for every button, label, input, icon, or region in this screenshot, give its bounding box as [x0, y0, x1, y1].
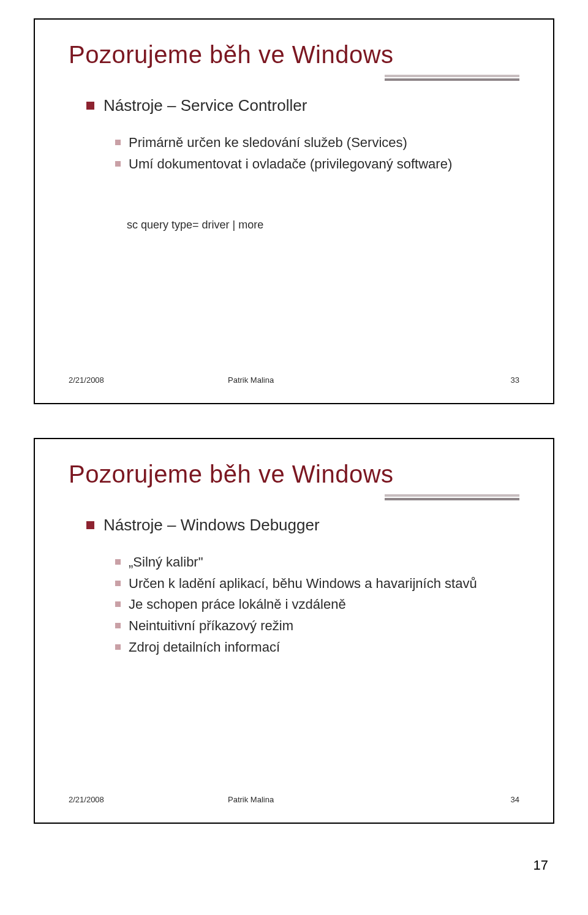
slide-2: Pozorujeme běh ve Windows Nástroje – Win… — [34, 438, 554, 824]
slide-footer: 2/21/2008 Patrik Malina 34 — [69, 795, 519, 804]
bullet-list-level1: Nástroje – Service Controller — [84, 96, 519, 115]
title-underline-decoration — [385, 494, 519, 500]
bullet-list-level2: Primárně určen ke sledování služeb (Serv… — [111, 134, 519, 173]
bullet-list-level2: „Silný kalibr" Určen k ladění aplikací, … — [111, 553, 519, 656]
list-item: Určen k ladění aplikací, běhu Windows a … — [111, 574, 519, 593]
list-item: „Silný kalibr" — [111, 553, 519, 571]
footer-date: 2/21/2008 — [69, 375, 228, 385]
footer-author: Patrik Malina — [228, 795, 387, 804]
footer-author: Patrik Malina — [228, 375, 387, 385]
list-item: Umí dokumentovat i ovladače (privilegova… — [111, 155, 519, 173]
slide-footer: 2/21/2008 Patrik Malina 33 — [69, 375, 519, 385]
slide-title: Pozorujeme běh ve Windows — [69, 41, 519, 69]
list-item: Zdroj detailních informací — [111, 638, 519, 657]
code-snippet: sc query type= driver | more — [127, 219, 519, 232]
footer-slide-number: 33 — [387, 375, 519, 385]
page-number: 17 — [34, 857, 554, 873]
bullet-list-level1: Nástroje – Windows Debugger — [84, 516, 519, 535]
list-item: Nástroje – Service Controller — [84, 96, 519, 115]
list-item: Primárně určen ke sledování služeb (Serv… — [111, 134, 519, 152]
slide-1: Pozorujeme běh ve Windows Nástroje – Ser… — [34, 18, 554, 404]
slide-title: Pozorujeme běh ve Windows — [69, 461, 519, 488]
footer-slide-number: 34 — [387, 795, 519, 804]
list-item: Nástroje – Windows Debugger — [84, 516, 519, 535]
footer-date: 2/21/2008 — [69, 795, 228, 804]
page-container: Pozorujeme běh ve Windows Nástroje – Ser… — [0, 0, 588, 886]
list-item: Je schopen práce lokálně i vzdáleně — [111, 595, 519, 614]
list-item: Neintuitivní příkazový režim — [111, 617, 519, 635]
title-underline-decoration — [385, 75, 519, 81]
